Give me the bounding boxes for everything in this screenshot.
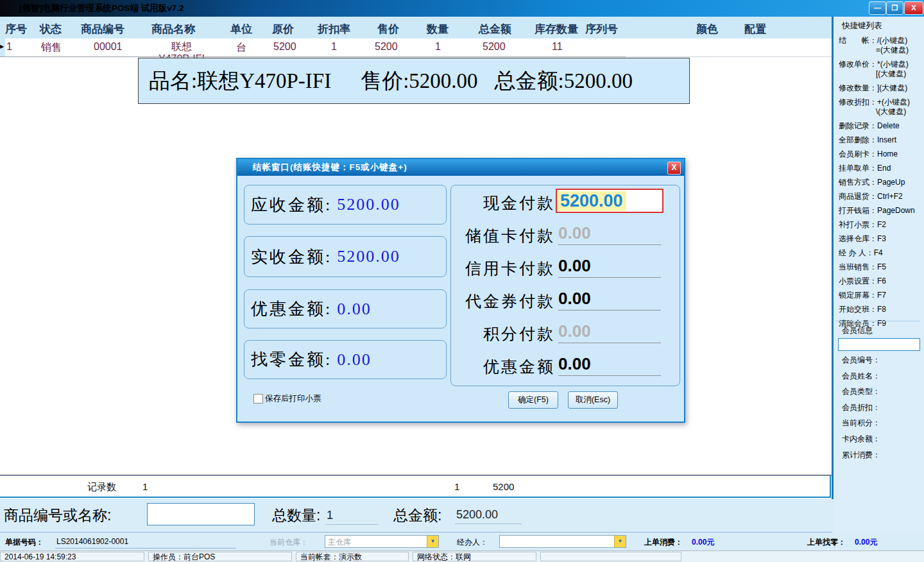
summary-band	[0, 475, 831, 498]
current-row-marker-icon: ▶	[0, 38, 5, 56]
record-count-value: 1	[142, 481, 148, 492]
points-payment-input[interactable]: 0.00	[558, 321, 661, 343]
dialog-title[interactable]: 结帐窗口(结账快捷键：F5或小键盘+)	[237, 159, 684, 176]
shortcut-item: 商品退货：Ctrl+F2	[839, 192, 923, 201]
row-cell-price[interactable]: 5200	[273, 41, 296, 53]
shortcut-line: 商品退货：Ctrl+F2	[839, 192, 923, 201]
record-count-label: 记录数	[87, 481, 116, 493]
status-operator: 操作员：前台POS	[148, 552, 292, 561]
shortcut-line: 会员刷卡：Home	[839, 149, 923, 159]
row-cell-discount[interactable]: 1	[331, 41, 337, 53]
customer-display: 品名:联想Y470P-IFI 售价:5200.00 总金额:5200.00	[138, 58, 690, 104]
shortcut-line: 全部删除：Insert	[839, 135, 923, 145]
shortcut-line: 销售方式：PageUp	[839, 178, 923, 187]
payment-label-storedcard: 储值卡付款	[456, 225, 555, 246]
member-name-label: 会员姓名：	[842, 371, 880, 382]
operator-select[interactable]: ▼	[499, 535, 626, 548]
header-cell: 序列号	[585, 22, 618, 37]
member-points-label: 当前积分：	[842, 418, 880, 429]
row-cell-status[interactable]: 销售	[41, 41, 62, 55]
row-cell-code[interactable]: 00001	[94, 41, 123, 53]
shortcut-item: 开始交班：F8	[839, 305, 923, 314]
cancel-button[interactable]: 取消(Esc)	[568, 391, 618, 409]
amount-label: 实收金额:	[251, 246, 332, 268]
amount-value: 5200.00	[337, 247, 400, 266]
row-cell-no[interactable]: 1	[6, 41, 12, 53]
creditcard-payment-input[interactable]: 0.00	[558, 256, 661, 278]
discount-payment-input[interactable]: 0.00	[558, 354, 661, 376]
search-label: 商品编号或名称:	[4, 506, 111, 525]
member-discount-label: 会员折扣：	[842, 402, 880, 413]
shortcut-item: 打开钱箱：PageDown	[839, 206, 923, 216]
checkout-dialog: 结帐窗口(结账快捷键：F5或小键盘+) X 应收金额: 5200.00 实收金额…	[236, 158, 685, 423]
header-cell: 数量	[427, 22, 449, 37]
amount-label: 找零金额:	[251, 348, 332, 371]
total-amt-label: 总金额:	[393, 506, 441, 525]
amount-box-change: 找零金额: 0.00	[244, 340, 447, 379]
row-cell-stock[interactable]: 11	[552, 41, 563, 53]
display-total: 总金额:5200.00	[495, 67, 633, 96]
total-amt-value: 5200.00	[455, 508, 522, 524]
product-search-input[interactable]	[147, 503, 255, 525]
dialog-close-icon[interactable]: X	[667, 162, 681, 175]
amount-box-received: 实收金额: 5200.00	[244, 236, 447, 277]
header-cell: 折扣率	[318, 22, 350, 37]
payment-label-creditcard: 信用卡付款	[456, 258, 555, 279]
amount-value: 0.00	[337, 350, 372, 370]
header-cell: 单位	[230, 22, 252, 37]
shortcut-item: 修改单价：*(小键盘) [(大健盘)	[839, 60, 923, 79]
row-cell-sell[interactable]: 5200	[375, 41, 398, 53]
chevron-down-icon[interactable]: ▼	[614, 536, 626, 547]
summary-amount: 5200	[493, 481, 514, 492]
shortcut-line: 修改折扣：+(小键盘)	[839, 98, 923, 107]
prev-change-value: 0.00元	[855, 537, 877, 548]
shortcut-line: 挂单取单：End	[839, 164, 923, 173]
shortcut-line: 结 帐：/(小键盘)	[839, 36, 923, 46]
warehouse-value: 主仓库	[328, 537, 351, 548]
restore-icon[interactable]: ❐	[886, 1, 903, 15]
header-cell: 商品编号	[81, 22, 124, 37]
shortcut-item: 经 办 人：F4	[839, 248, 923, 258]
summary-qty: 1	[454, 481, 459, 492]
minimize-icon[interactable]: —	[869, 1, 886, 15]
shortcut-sidebar: 快捷键列表 结 帐：/(小键盘) =(大健盘) 修改单价：*(小键盘) [(大健…	[834, 17, 924, 533]
shortcut-item: 会员刷卡：Home	[839, 149, 923, 159]
cash-payment-value: 5200.00	[557, 191, 626, 211]
shortcut-line: 选择仓库：F3	[839, 234, 923, 244]
chevron-down-icon[interactable]: ▼	[427, 536, 438, 547]
shortcut-line: 补打小票：F2	[839, 220, 923, 230]
row-cell-unit[interactable]: 台	[236, 41, 246, 55]
member-spent-label: 累计消费：	[842, 450, 880, 461]
shortcut-line: 经 办 人：F4	[839, 248, 923, 258]
prev-change-label: 上单找零：	[807, 537, 846, 548]
row-cell-total[interactable]: 5200	[483, 41, 506, 53]
row-cell-qty[interactable]: 1	[435, 41, 441, 53]
prev-spend-label: 上单消费：	[644, 537, 683, 548]
member-card-input[interactable]	[838, 338, 920, 351]
header-cell: 售价	[377, 22, 399, 37]
amount-box-discount: 优惠金额: 0.00	[244, 289, 447, 328]
shortcut-item: 删除记录：Delete	[839, 121, 923, 131]
shortcut-item: 结 帐：/(小键盘) =(大健盘)	[839, 36, 923, 55]
voucher-payment-input[interactable]: 0.00	[558, 289, 661, 311]
warehouse-select[interactable]: 主仓库 ▼	[325, 535, 439, 548]
header-cell: 序号	[5, 22, 27, 37]
operator-select-label: 经办人：	[457, 537, 488, 548]
shortcut-item: 当班销售：F5	[839, 262, 923, 272]
header-cell: 原价	[272, 22, 294, 37]
amount-value: 0.00	[337, 300, 372, 319]
header-cell: 配置	[744, 22, 766, 37]
storedcard-payment-input[interactable]: 0.00	[558, 223, 661, 245]
bottom-bar: 单据号码： LS2014061902-0001 当前仓库： 主仓库 ▼ 经办人：…	[0, 532, 924, 550]
cash-payment-input[interactable]: 5200.00	[556, 189, 663, 213]
print-receipt-checkbox[interactable]	[253, 394, 263, 404]
prev-spend-value: 0.00元	[692, 537, 714, 548]
close-icon[interactable]: X	[904, 1, 923, 15]
shortcut-list-title: 快捷键列表	[842, 21, 882, 31]
ok-button[interactable]: 确定(F5)	[508, 391, 558, 409]
shortcut-line: =(大健盘)	[839, 46, 923, 55]
shortcut-item: 选择仓库：F3	[839, 234, 923, 244]
member-balance-label: 卡内余额：	[842, 434, 880, 445]
shortcut-item: 销售方式：PageUp	[839, 178, 923, 187]
member-info-title: 会员信息	[842, 325, 873, 336]
